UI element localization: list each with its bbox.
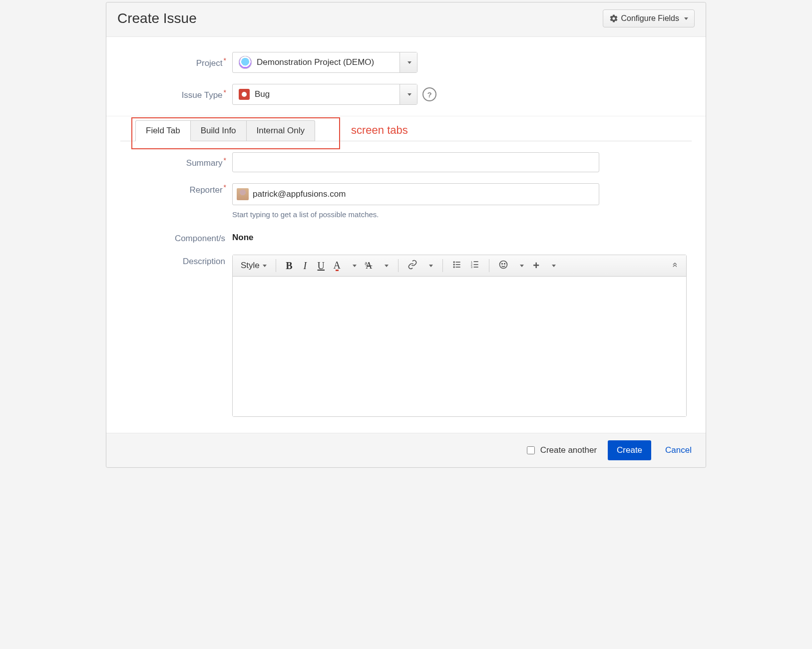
plus-icon: + [533, 259, 539, 272]
expand-toolbar-button[interactable]: » [667, 258, 681, 273]
issue-type-row: Issue Type* Bug ? [120, 84, 692, 105]
issue-type-select-trigger[interactable] [400, 84, 417, 104]
description-row: Description Style B I U A A [120, 255, 692, 417]
numbered-list-icon: 123 [470, 260, 480, 272]
clear-formatting-button[interactable]: A [362, 258, 376, 273]
link-icon [407, 260, 417, 272]
caret-down-icon [429, 265, 433, 267]
tab-field-tab[interactable]: Field Tab [135, 120, 191, 141]
clear-formatting-dropdown[interactable] [378, 258, 392, 273]
emoji-icon [498, 260, 508, 272]
reporter-helper: Start typing to get a list of possible m… [232, 210, 692, 219]
rte-style-dropdown[interactable]: Style [238, 258, 270, 273]
reporter-row: Reporter* patrick@appfusions.com Start t… [120, 183, 692, 219]
text-color-button[interactable]: A [330, 258, 344, 273]
chevrons-icon: » [669, 264, 679, 267]
bullet-list-icon [452, 260, 462, 272]
create-another-checkbox[interactable]: Create another [525, 445, 597, 456]
rte-toolbar: Style B I U A A [233, 255, 686, 277]
dialog-footer: Create another Create Cancel [106, 433, 706, 467]
svg-text:3: 3 [470, 265, 472, 268]
caret-down-icon [520, 265, 524, 267]
create-another-input[interactable] [527, 446, 535, 454]
text-color-dropdown[interactable] [346, 258, 360, 273]
create-another-label: Create another [540, 445, 597, 455]
svg-rect-7 [473, 261, 478, 262]
italic-button[interactable]: I [298, 258, 312, 273]
form-area: Project* Demonstration Project (DEMO) Is… [106, 37, 706, 433]
description-textarea[interactable] [233, 277, 686, 416]
reporter-label: Reporter* [120, 183, 232, 195]
project-row: Project* Demonstration Project (DEMO) [120, 52, 692, 73]
toolbar-separator [489, 259, 489, 272]
insert-more-button[interactable]: + [529, 258, 543, 273]
avatar [237, 188, 249, 200]
help-icon[interactable]: ? [422, 87, 436, 101]
components-label: Component/s [120, 232, 232, 244]
caret-down-icon [407, 93, 411, 96]
svg-point-12 [499, 261, 507, 268]
dialog-header: Create Issue Configure Fields [106, 2, 706, 37]
svg-point-13 [501, 263, 502, 264]
toolbar-separator [276, 259, 276, 272]
emoji-dropdown[interactable] [513, 258, 527, 273]
caret-down-icon [407, 61, 411, 64]
create-button[interactable]: Create [608, 440, 651, 460]
svg-rect-3 [455, 264, 460, 265]
tab-internal-only[interactable]: Internal Only [247, 120, 315, 141]
bullet-list-button[interactable] [449, 258, 465, 273]
link-button[interactable] [405, 258, 420, 273]
gear-icon [609, 14, 618, 23]
cancel-button[interactable]: Cancel [662, 445, 695, 456]
project-avatar-icon [239, 56, 252, 69]
underline-button[interactable]: U [314, 258, 328, 273]
summary-row: Summary* [120, 152, 692, 172]
components-value: None [232, 233, 254, 242]
issue-type-value: Bug [255, 89, 270, 99]
insert-more-dropdown[interactable] [545, 258, 559, 273]
issue-type-select[interactable]: Bug [232, 84, 417, 105]
description-label: Description [120, 255, 232, 267]
project-select[interactable]: Demonstration Project (DEMO) [232, 52, 417, 73]
bug-icon [239, 89, 250, 100]
tab-build-info[interactable]: Build Info [191, 120, 247, 141]
toolbar-separator [398, 259, 399, 272]
numbered-list-button[interactable]: 123 [467, 258, 483, 273]
summary-label: Summary* [120, 156, 232, 168]
svg-point-4 [453, 266, 454, 268]
project-value: Demonstration Project (DEMO) [257, 57, 374, 67]
svg-rect-1 [455, 262, 460, 263]
screen-tabs: Field Tab Build Info Internal Only scree… [106, 116, 706, 141]
svg-rect-9 [473, 264, 478, 265]
bold-button[interactable]: B [282, 258, 296, 273]
summary-input[interactable] [232, 152, 599, 172]
toolbar-separator [442, 259, 443, 272]
svg-point-0 [453, 261, 454, 263]
caret-down-icon [552, 265, 556, 267]
caret-down-icon [684, 17, 688, 20]
svg-point-14 [504, 263, 505, 264]
configure-fields-button[interactable]: Configure Fields [603, 9, 695, 27]
configure-fields-label: Configure Fields [621, 14, 680, 23]
reporter-value: patrick@appfusions.com [253, 189, 346, 199]
svg-rect-11 [473, 267, 478, 268]
link-dropdown[interactable] [422, 258, 436, 273]
svg-point-2 [453, 264, 454, 265]
components-row: Component/s None [120, 232, 692, 244]
project-label: Project* [120, 56, 232, 68]
issue-type-label: Issue Type* [120, 88, 232, 100]
caret-down-icon [385, 265, 389, 267]
caret-down-icon [263, 265, 267, 267]
caret-down-icon [353, 265, 357, 267]
create-issue-dialog: Create Issue Configure Fields Project* D… [106, 2, 706, 468]
emoji-button[interactable] [495, 258, 511, 273]
dialog-title: Create Issue [117, 10, 603, 26]
svg-rect-5 [455, 267, 460, 268]
project-select-trigger[interactable] [400, 52, 417, 72]
annotation-label: screen tabs [351, 124, 408, 137]
description-editor: Style B I U A A [232, 255, 687, 417]
reporter-input[interactable]: patrick@appfusions.com [232, 183, 599, 205]
